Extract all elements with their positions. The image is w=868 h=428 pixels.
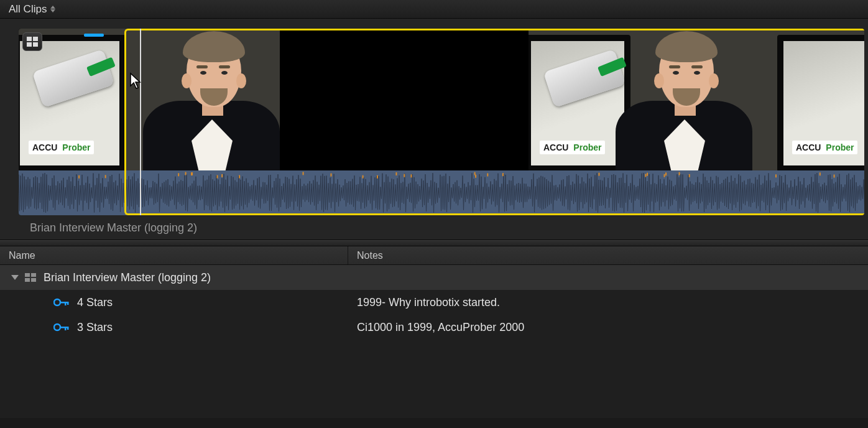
svg-rect-41 xyxy=(67,327,69,330)
svg-rect-26 xyxy=(185,172,187,175)
grid-icon xyxy=(27,37,38,47)
svg-rect-4 xyxy=(239,175,240,179)
svg-rect-6 xyxy=(487,174,488,177)
row-name-label: 3 Stars xyxy=(77,321,113,334)
svg-rect-28 xyxy=(191,172,192,175)
row-notes-label[interactable]: 1999- Why introbotix started. xyxy=(348,296,868,309)
svg-point-34 xyxy=(54,299,60,305)
column-header-name[interactable]: Name xyxy=(0,246,348,264)
svg-rect-1 xyxy=(410,174,412,177)
grid-view-button[interactable] xyxy=(22,32,42,51)
svg-rect-40 xyxy=(65,327,67,330)
compound-clip-icon xyxy=(25,273,36,282)
row-name-label: 4 Stars xyxy=(77,296,113,309)
svg-rect-32 xyxy=(27,42,32,47)
clip-title-label: Brian Interview Master (logging 2) xyxy=(19,215,864,236)
svg-rect-0 xyxy=(303,172,304,175)
disclosure-triangle-icon[interactable] xyxy=(11,275,19,280)
svg-rect-9 xyxy=(834,175,835,178)
list-header: Name Notes xyxy=(0,246,868,265)
svg-rect-3 xyxy=(664,174,665,177)
sort-arrows-icon xyxy=(50,6,55,12)
svg-rect-30 xyxy=(27,37,32,41)
svg-rect-10 xyxy=(404,174,405,177)
svg-rect-21 xyxy=(820,172,821,175)
list-row-keyword[interactable]: 4 Stars 1999- Why introbotix started. xyxy=(0,290,868,315)
svg-rect-19 xyxy=(330,174,331,177)
keyword-icon xyxy=(53,297,70,307)
column-header-notes[interactable]: Notes xyxy=(348,246,868,264)
svg-rect-29 xyxy=(689,174,690,177)
filter-bar: All Clips xyxy=(0,0,868,19)
svg-rect-15 xyxy=(178,173,179,176)
svg-rect-27 xyxy=(105,175,106,178)
brand-badge: ACCU Prober xyxy=(540,141,605,154)
svg-point-38 xyxy=(54,324,60,330)
thumbnail-row: ACCU Prober xyxy=(19,29,864,170)
svg-rect-31 xyxy=(33,37,38,41)
svg-rect-13 xyxy=(475,175,476,178)
svg-rect-20 xyxy=(217,175,218,179)
brand-badge: ACCU Prober xyxy=(792,141,857,154)
svg-rect-12 xyxy=(377,175,378,179)
row-name-label: Brian Interview Master (logging 2) xyxy=(44,271,211,284)
clip-filter-label: All Clips xyxy=(9,3,47,16)
clip-browser: ACCU Prober xyxy=(0,19,868,240)
skimmer-playhead[interactable] xyxy=(140,29,141,215)
svg-rect-23 xyxy=(647,173,648,176)
list-row-parent[interactable]: Brian Interview Master (logging 2) xyxy=(0,265,868,290)
svg-rect-33 xyxy=(33,42,38,47)
video-thumbnail: ACCU Prober xyxy=(19,29,280,170)
svg-rect-24 xyxy=(598,173,599,176)
svg-rect-17 xyxy=(221,174,223,177)
svg-rect-36 xyxy=(65,302,67,305)
video-thumbnail xyxy=(280,29,529,170)
pane-divider[interactable] xyxy=(0,240,868,246)
svg-rect-2 xyxy=(665,172,667,175)
clip-list: Brian Interview Master (logging 2) 4 Sta… xyxy=(0,265,868,418)
clip-filmstrip[interactable]: ACCU Prober xyxy=(19,29,864,215)
svg-rect-5 xyxy=(78,175,80,179)
svg-rect-25 xyxy=(775,174,777,177)
svg-rect-7 xyxy=(679,172,680,175)
list-row-keyword[interactable]: 3 Stars Ci1000 in 1999, AccuProber 2000 xyxy=(0,315,868,340)
row-notes-label[interactable]: Ci1000 in 1999, AccuProber 2000 xyxy=(348,321,868,334)
svg-rect-14 xyxy=(395,172,397,175)
audio-waveform[interactable] xyxy=(19,170,864,215)
video-thumbnail: ACCU Prober ACCU Prober xyxy=(529,29,864,170)
clip-filter-dropdown[interactable]: All Clips xyxy=(9,3,55,16)
svg-rect-22 xyxy=(645,174,646,177)
svg-rect-16 xyxy=(362,175,364,179)
keyword-icon xyxy=(53,322,70,332)
svg-rect-18 xyxy=(502,173,504,176)
svg-rect-37 xyxy=(67,302,69,305)
favorite-marker[interactable] xyxy=(84,34,104,37)
brand-badge: ACCU Prober xyxy=(29,141,94,154)
